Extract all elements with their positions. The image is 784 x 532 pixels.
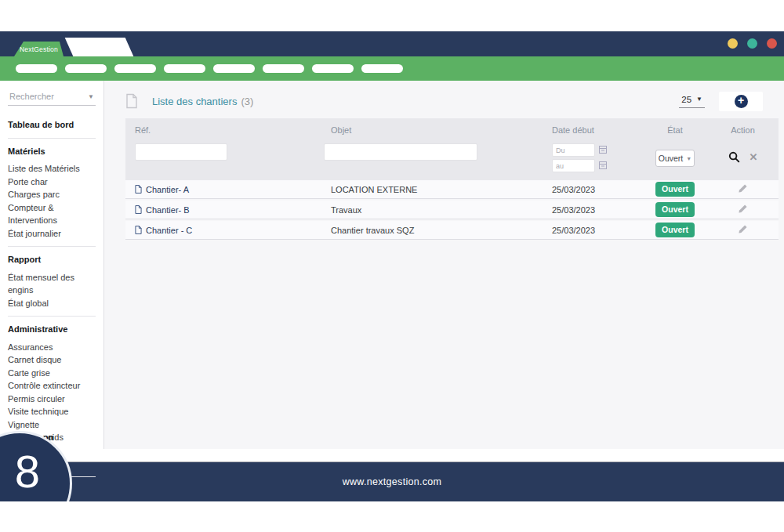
step-number: 8 — [15, 445, 40, 498]
main-navbar — [0, 56, 784, 81]
ref-label: Chantier - C — [146, 226, 192, 235]
window-dot-red[interactable] — [767, 38, 777, 49]
calendar-icon[interactable] — [599, 161, 607, 171]
page-size-select[interactable]: 25 ▼ — [679, 95, 705, 108]
sidebar-section-materiels: Matériels — [8, 145, 97, 158]
table-row: Chantier- A LOCATION EXTERNE 25/03/2023 … — [125, 180, 779, 199]
table-filter-row: Ouvert ▼ ✕ — [125, 142, 779, 180]
column-header-ref: Réf. — [125, 125, 321, 135]
page-icon — [125, 93, 138, 109]
main-content: Liste des chantiers (3) 25 ▼ + Réf. Obje… — [104, 81, 784, 449]
sidebar-item-vignette[interactable]: Vignette — [8, 418, 97, 432]
app-window: NextGestion Rechercher ▼ Tableau de bord… — [0, 31, 784, 501]
chevron-down-icon: ▼ — [696, 96, 702, 103]
sidebar-item-liste-des-materiels[interactable]: Liste des Matériels — [8, 162, 97, 176]
etat-filter-value: Ouvert — [659, 154, 684, 163]
sidebar-search-placeholder: Rechercher — [9, 92, 54, 101]
sidebar-item-charges-parc[interactable]: Charges parc — [8, 188, 97, 201]
nav-pill[interactable] — [114, 64, 156, 73]
chantier-link[interactable]: Chantier- B — [125, 205, 321, 215]
nav-pill[interactable] — [361, 64, 403, 73]
status-badge: Ouvert — [655, 182, 695, 197]
sidebar-item-controle-extincteur[interactable]: Contrôle extincteur — [8, 379, 97, 393]
sidebar-item-etat-journalier[interactable]: État journalier — [8, 227, 97, 241]
edit-button[interactable] — [738, 224, 748, 237]
chevron-down-icon: ▼ — [88, 93, 94, 100]
table-row: Chantier- B Travaux 25/03/2023 Ouvert — [125, 201, 779, 219]
objet-filter-input[interactable] — [324, 143, 477, 161]
objet-cell: LOCATION EXTERNE — [321, 185, 549, 194]
nav-pill[interactable] — [312, 64, 354, 73]
sidebar: Rechercher ▼ Tableau de bord Matériels L… — [0, 81, 104, 449]
chantiers-table: Réf. Objet Date début État Action — [125, 118, 779, 240]
calendar-icon[interactable] — [599, 146, 607, 155]
decorative-tab — [65, 38, 134, 56]
edit-button[interactable] — [738, 183, 748, 196]
sidebar-item-assurances[interactable]: Assurances — [8, 341, 97, 354]
date-cell: 25/03/2023 — [549, 185, 643, 194]
pencil-icon — [738, 183, 748, 194]
column-header-objet: Objet — [321, 125, 549, 135]
sidebar-section-rapport: Rapport — [8, 253, 97, 266]
window-dot-yellow[interactable] — [728, 38, 738, 49]
date-cell: 25/03/2023 — [549, 226, 643, 235]
brand-label: NextGestion — [20, 45, 58, 53]
nextgestion-logo-tab: NextGestion — [14, 42, 64, 56]
sidebar-divider — [8, 316, 96, 317]
nav-pill[interactable] — [213, 64, 255, 73]
window-controls — [728, 38, 777, 49]
edit-button[interactable] — [738, 204, 748, 216]
page-title: Liste des chantiers — [152, 96, 237, 107]
footer-gap — [0, 449, 784, 461]
document-icon — [135, 226, 142, 234]
ref-filter-input[interactable] — [135, 143, 227, 161]
document-icon — [135, 205, 142, 214]
sidebar-item-etat-global[interactable]: État global — [8, 297, 97, 310]
column-header-etat: État — [643, 125, 707, 135]
etat-filter-select[interactable]: Ouvert ▼ — [655, 150, 695, 167]
objet-cell: Travaux — [321, 205, 549, 215]
sidebar-item-permis-circuler[interactable]: Permis circuler — [8, 393, 97, 406]
pencil-icon — [738, 204, 748, 214]
sidebar-search-select[interactable]: Rechercher ▼ — [8, 90, 96, 106]
sidebar-divider — [8, 138, 96, 139]
table-row: Chantier - C Chantier travaux SQZ 25/03/… — [125, 221, 779, 240]
page-size-value: 25 — [681, 95, 691, 104]
window-dot-teal[interactable] — [747, 38, 757, 49]
nav-pill[interactable] — [16, 64, 57, 73]
sidebar-divider — [8, 246, 96, 247]
plus-icon: + — [735, 95, 748, 108]
page-count: (3) — [241, 96, 253, 107]
chevron-down-icon: ▼ — [686, 156, 691, 161]
clear-filter-button[interactable]: ✕ — [750, 152, 758, 162]
sidebar-section-administrative: Administrative — [8, 323, 97, 336]
add-button[interactable]: + — [719, 92, 763, 111]
objet-cell: Chantier travaux SQZ — [321, 226, 549, 235]
sidebar-item-porte-char[interactable]: Porte char — [8, 176, 97, 189]
nav-pill[interactable] — [164, 64, 205, 73]
document-icon — [135, 185, 142, 194]
sidebar-item-etat-mensuel-des-engins[interactable]: État mensuel des engins — [8, 271, 97, 297]
ref-label: Chantier- A — [146, 185, 189, 194]
ref-label: Chantier- B — [146, 205, 190, 215]
column-header-date-debut: Date début — [549, 125, 643, 135]
search-filter-button[interactable] — [728, 151, 740, 163]
sidebar-item-carnet-disque[interactable]: Carnet disque — [8, 353, 97, 367]
footer-url: www.nextgestion.com — [343, 476, 442, 487]
nav-pill[interactable] — [263, 64, 304, 73]
date-to-input[interactable] — [552, 159, 595, 172]
pencil-icon — [738, 224, 748, 234]
nav-pill[interactable] — [65, 64, 107, 73]
sidebar-item-carte-grise[interactable]: Carte grise — [8, 367, 97, 380]
sidebar-item-visite-technique[interactable]: Visite technique — [8, 405, 97, 418]
chantier-link[interactable]: Chantier - C — [125, 226, 321, 235]
footer-bar: www.nextgestion.com — [0, 461, 784, 501]
chantier-link[interactable]: Chantier- A — [125, 185, 321, 194]
sidebar-item-dashboard[interactable]: Tableau de bord — [8, 118, 97, 132]
column-header-action: Action — [707, 125, 779, 135]
table-header-row: Réf. Objet Date début État Action — [125, 118, 779, 142]
title-bar: NextGestion — [0, 31, 784, 56]
sidebar-item-compteur-interventions[interactable]: Compteur & Interventions — [8, 201, 97, 227]
date-from-input[interactable] — [552, 143, 595, 157]
date-cell: 25/03/2023 — [549, 205, 643, 215]
